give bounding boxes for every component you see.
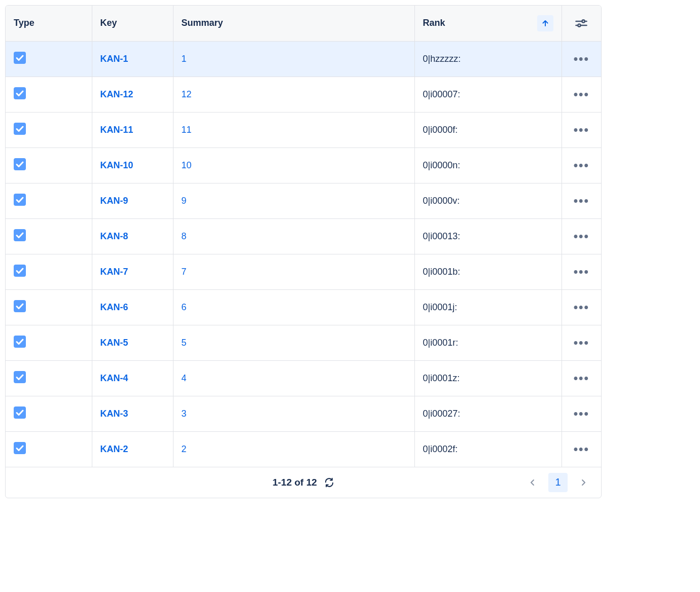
cell-type [6,147,92,183]
column-header-actions[interactable] [562,6,601,41]
task-type-icon [14,194,26,206]
cell-actions: ••• [562,183,601,218]
issue-summary-link[interactable]: 12 [182,89,192,99]
column-header-rank[interactable]: Rank [414,6,562,41]
sort-ascending-icon[interactable] [537,15,553,31]
issue-summary-link[interactable]: 11 [182,125,192,135]
cell-type [6,289,92,325]
cell-rank: 0|i00027: [414,396,562,431]
issue-key-link[interactable]: KAN-12 [100,89,133,99]
issue-key-link[interactable]: KAN-5 [100,338,128,348]
more-actions-icon[interactable]: ••• [574,219,589,254]
cell-summary: 12 [173,77,414,112]
issue-key-link[interactable]: KAN-6 [100,302,128,312]
cell-actions: ••• [562,325,601,360]
cell-rank: 0|i0001r: [414,325,562,360]
table-row[interactable]: KAN-6 6 0|i0001j: ••• [6,289,601,325]
cell-key: KAN-8 [92,218,173,254]
cell-actions: ••• [562,147,601,183]
cell-type [6,396,92,431]
more-actions-icon[interactable]: ••• [574,77,589,112]
issue-key-link[interactable]: KAN-8 [100,231,128,241]
more-actions-icon[interactable]: ••• [574,290,589,325]
issue-summary-link[interactable]: 4 [182,373,187,383]
more-actions-icon[interactable]: ••• [574,148,589,183]
issue-key-link[interactable]: KAN-11 [100,125,133,135]
issue-summary-link[interactable]: 1 [182,54,187,64]
cell-type [6,325,92,360]
rank-value: 0|i00027: [423,409,461,419]
rank-value: 0|i0000v: [423,196,460,206]
cell-actions: ••• [562,431,601,467]
cell-rank: 0|i0000n: [414,147,562,183]
issues-table-container: Type Key Summary Rank [5,5,602,498]
table-row[interactable]: KAN-3 3 0|i00027: ••• [6,396,601,431]
issue-summary-link[interactable]: 10 [182,160,192,170]
table-row[interactable]: KAN-2 2 0|i0002f: ••• [6,431,601,467]
cell-actions: ••• [562,289,601,325]
more-actions-icon[interactable]: ••• [574,432,589,467]
table-row[interactable]: KAN-1 1 0|hzzzzz: ••• [6,41,601,77]
issue-key-link[interactable]: KAN-1 [100,54,128,64]
task-type-icon [14,371,26,383]
issue-summary-link[interactable]: 9 [182,196,187,206]
cell-actions: ••• [562,77,601,112]
table-row[interactable]: KAN-8 8 0|i00013: ••• [6,218,601,254]
cell-key: KAN-10 [92,147,173,183]
issue-summary-link[interactable]: 5 [182,338,187,348]
refresh-icon[interactable] [324,477,334,488]
rank-value: 0|i0001r: [423,338,459,348]
more-actions-icon[interactable]: ••• [574,325,589,360]
issue-key-link[interactable]: KAN-9 [100,196,128,206]
table-row[interactable]: KAN-9 9 0|i0000v: ••• [6,183,601,218]
table-row[interactable]: KAN-10 10 0|i0000n: ••• [6,147,601,183]
more-actions-icon[interactable]: ••• [574,42,589,77]
issue-summary-link[interactable]: 7 [182,267,187,277]
issue-key-link[interactable]: KAN-4 [100,373,128,383]
more-actions-icon[interactable]: ••• [574,183,589,218]
more-actions-icon[interactable]: ••• [574,361,589,396]
column-settings-icon[interactable] [562,6,602,41]
pagination-text: 1-12 of 12 [272,477,317,488]
task-type-icon [14,229,26,241]
issue-summary-link[interactable]: 6 [182,302,187,312]
cell-key: KAN-9 [92,183,173,218]
issue-key-link[interactable]: KAN-10 [100,160,133,170]
cell-rank: 0|hzzzzz: [414,41,562,77]
table-row[interactable]: KAN-5 5 0|i0001r: ••• [6,325,601,360]
column-header-summary[interactable]: Summary [173,6,414,41]
column-label: Rank [423,18,445,28]
cell-summary: 1 [173,41,414,77]
cell-rank: 0|i00013: [414,218,562,254]
more-actions-icon[interactable]: ••• [574,254,589,289]
column-label: Summary [182,18,223,28]
rank-value: 0|i00013: [423,231,461,241]
column-header-key[interactable]: Key [92,6,173,41]
table-row[interactable]: KAN-7 7 0|i0001b: ••• [6,254,601,289]
issue-key-link[interactable]: KAN-2 [100,444,128,454]
issue-key-link[interactable]: KAN-7 [100,267,128,277]
issue-summary-link[interactable]: 2 [182,444,187,454]
pager-prev-button[interactable] [523,473,542,492]
rank-value: 0|i0000f: [423,125,458,135]
cell-summary: 11 [173,112,414,147]
task-type-icon [14,442,26,454]
table-row[interactable]: KAN-12 12 0|i00007: ••• [6,77,601,112]
more-actions-icon[interactable]: ••• [574,396,589,431]
cell-key: KAN-1 [92,41,173,77]
more-actions-icon[interactable]: ••• [574,113,589,147]
issue-summary-link[interactable]: 3 [182,409,187,419]
table-row[interactable]: KAN-4 4 0|i0001z: ••• [6,360,601,396]
pager-next-button[interactable] [574,473,593,492]
cell-key: KAN-7 [92,254,173,289]
cell-summary: 8 [173,218,414,254]
pager-page-1[interactable]: 1 [548,473,568,492]
issue-key-link[interactable]: KAN-3 [100,409,128,419]
cell-rank: 0|i00007: [414,77,562,112]
column-header-type[interactable]: Type [6,6,92,41]
table-row[interactable]: KAN-11 11 0|i0000f: ••• [6,112,601,147]
rank-value: 0|i0001z: [423,373,460,383]
task-type-icon [14,406,26,419]
cell-key: KAN-4 [92,360,173,396]
issue-summary-link[interactable]: 8 [182,231,187,241]
